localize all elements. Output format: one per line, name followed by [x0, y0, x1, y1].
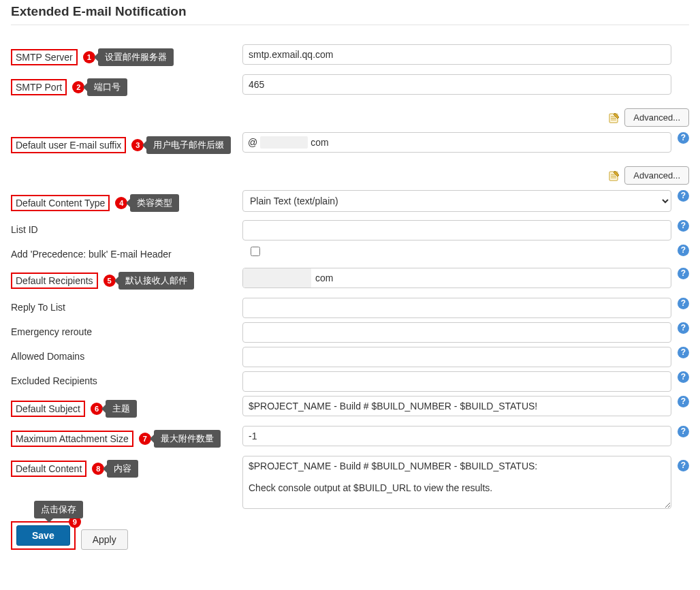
smtp-port-input[interactable] [242, 74, 671, 95]
label-default-content: Default Content [11, 461, 86, 477]
label-excluded-recipients: Excluded Recipients [11, 375, 97, 386]
notepad-icon [608, 170, 620, 182]
label-allowed-domains: Allowed Domains [11, 351, 84, 362]
help-icon[interactable]: ? [678, 132, 689, 144]
apply-button[interactable]: Apply [81, 529, 128, 550]
excluded-recipients-input[interactable] [242, 371, 671, 392]
section-title: Extended E-mail Notification [11, 0, 689, 25]
help-icon[interactable]: ? [678, 460, 689, 471]
reply-to-list-input[interactable] [242, 298, 671, 318]
label-default-content-type: Default Content Type [11, 195, 110, 211]
help-icon[interactable]: ? [678, 426, 689, 437]
label-reply-to-list: Reply To List [11, 302, 65, 313]
advanced-button[interactable]: Advanced... [624, 166, 689, 185]
annotation-tip-6: 主题 [106, 400, 137, 418]
label-default-subject: Default Subject [11, 401, 85, 417]
default-suffix-input[interactable] [242, 132, 671, 153]
label-emergency-reroute: Emergency reroute [11, 326, 92, 337]
notepad-icon [608, 112, 620, 124]
annotation-tip-5: 默认接收人邮件 [118, 272, 194, 290]
help-icon[interactable]: ? [678, 268, 689, 279]
help-icon[interactable]: ? [678, 298, 689, 309]
annotation-tip-2: 端口号 [87, 78, 127, 96]
max-attach-size-input[interactable] [242, 426, 671, 446]
annotation-tip-7: 最大附件数量 [154, 430, 221, 448]
content-type-select[interactable]: Plain Text (text/plain) [242, 190, 671, 212]
default-recipients-input[interactable] [242, 268, 671, 288]
annotation-tip-4: 类容类型 [130, 194, 179, 212]
help-icon[interactable]: ? [678, 322, 689, 334]
help-icon[interactable]: ? [678, 245, 689, 256]
default-content-textarea[interactable] [242, 456, 671, 509]
annotation-tip-8: 内容 [107, 460, 138, 478]
label-default-recipients: Default Recipients [11, 273, 98, 289]
help-icon[interactable]: ? [678, 220, 689, 232]
label-smtp-server: SMTP Server [11, 49, 78, 65]
smtp-server-input[interactable] [242, 44, 671, 65]
label-max-attach-size: Maximum Attachment Size [11, 431, 133, 447]
label-precedence-bulk: Add 'Precedence: bulk' E-mail Header [11, 249, 172, 260]
annotation-tip-3: 用户电子邮件后缀 [146, 136, 231, 154]
save-button[interactable]: Save [16, 525, 70, 546]
annotation-tip-1: 设置邮件服务器 [98, 48, 174, 66]
advanced-button[interactable]: Advanced... [624, 108, 689, 127]
help-icon[interactable]: ? [678, 190, 689, 202]
annotation-tip-9: 点击保存 [34, 501, 83, 518]
label-smtp-port: SMTP Port [11, 79, 67, 95]
help-icon[interactable]: ? [678, 371, 689, 383]
label-default-suffix: Default user E-mail suffix [11, 137, 126, 153]
help-icon[interactable]: ? [678, 347, 689, 358]
list-id-input[interactable] [242, 220, 671, 240]
emergency-reroute-input[interactable] [242, 322, 671, 343]
allowed-domains-input[interactable] [242, 347, 671, 367]
label-list-id: List ID [11, 224, 38, 235]
default-subject-input[interactable] [242, 396, 671, 416]
help-icon[interactable]: ? [678, 396, 689, 407]
precedence-bulk-checkbox[interactable] [251, 247, 260, 256]
